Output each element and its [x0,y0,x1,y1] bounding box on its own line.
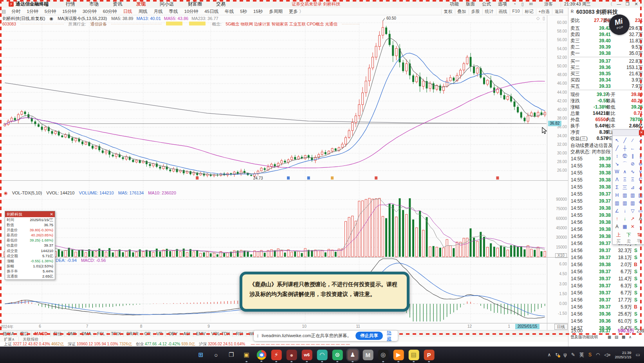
minimize-icon[interactable]: — [615,2,623,6]
draw-tool-icon[interactable]: ∕ [629,136,637,144]
renewal-notice[interactable]: 自动续费通达信普及 [570,142,613,149]
tab-VR[interactable]: VR [154,331,166,337]
period-日线[interactable]: 日线 [120,9,135,15]
menu-功能[interactable]: 功能 [446,1,462,7]
tray-s-app[interactable]: S [588,352,592,358]
draw-tool-icon[interactable]: ▽ [629,207,637,215]
month-label-6[interactable]: 6 [39,324,41,329]
tab-TRIX[interactable]: TRIX [108,331,124,337]
tray-clock[interactable]: 21:392025/1/15 [615,350,631,359]
tab-MACD[interactable]: MACD [32,331,51,337]
draw-tool-icon[interactable]: ∿ [629,168,637,176]
period-10分钟[interactable]: 10分钟 [181,9,202,15]
draw-tool-icon[interactable]: A [613,223,621,231]
notification-icon[interactable]: ▭ [636,352,640,358]
draw-tool-icon[interactable]: ↑ [613,215,621,223]
draw-tool-icon[interactable]: 三 [621,183,629,191]
taskbar-icon-netease[interactable]: ● [286,350,297,360]
draw-tool-icon[interactable]: ← [629,144,637,152]
draw-tool-icon[interactable]: ▥ [621,191,629,199]
draw-tool-icon[interactable]: Ξ [621,176,629,183]
tab-BRAR[interactable]: BRAR [124,331,142,337]
tab-RSI[interactable]: RSI [233,331,246,337]
taskbar-icon-sticky-notes[interactable]: ▤ [408,350,419,360]
period-季线[interactable]: 季线 [166,9,181,15]
period-年线[interactable]: 年线 [222,9,237,15]
draw-tool-icon[interactable]: C [637,176,644,183]
subtab-扩展∧[interactable]: 扩展∧ [0,337,19,342]
period-更多 〉[interactable]: 更多 〉 [286,9,307,15]
period-15秒[interactable]: 15秒 [250,9,266,15]
taskbar-icon-search[interactable]: ○ [211,350,221,360]
toolbar-复权[interactable]: 复权 [441,9,455,15]
help-label[interactable]: 普及版功能说明 [570,334,598,340]
tray-ime[interactable]: 英 [579,352,584,358]
period-周线[interactable]: 周线 [135,9,151,15]
draw-tool-icon[interactable]: ⑫ [621,152,629,160]
tray-pen[interactable]: ✎ [571,352,575,358]
draw-tool-icon[interactable]: ↖ [613,136,621,144]
stop-sharing-button[interactable]: 停止共享 [355,332,383,340]
panel-symbol[interactable]: 603083 剑桥科技 [576,9,618,15]
taskbar-icon-start[interactable]: ⊞ [195,350,206,360]
draw-tool-icon[interactable]: ┼ [621,144,629,152]
draw-tool-icon[interactable]: ↕ [613,152,621,160]
tab-DMI[interactable]: DMI [65,331,79,337]
menu-item-发现[interactable]: 发现 [129,1,153,7]
tray-sync[interactable]: ↻ [555,352,559,358]
month-label-1[interactable]: 1 [508,324,510,329]
period-5秒[interactable]: 5秒 [237,9,250,15]
draw-tool-icon[interactable]: Ξ [629,176,637,183]
help-icon[interactable]: ∧ [629,334,631,340]
hide-link[interactable]: 隐藏 [387,330,395,342]
month-label-2024年[interactable]: 2024年 [1,324,13,330]
tray-wifi[interactable]: ◠ [596,352,600,358]
close-icon[interactable]: ✕ [50,211,53,217]
collapse-icon[interactable]: ◉ [49,16,53,21]
menu-item-资讯[interactable]: 资讯 [106,1,129,7]
taskbar-icon-powerpoint[interactable]: P [424,350,434,360]
taskbar-icon-wps[interactable]: w6 [301,350,312,360]
menu-item-交易[interactable]: 交易 [209,1,233,7]
close-icon[interactable]: ✕ [632,2,640,7]
vol-fold-icon[interactable]: ◉ [4,191,8,195]
toolbar-多股[interactable]: 多股 [469,9,482,15]
ask-price[interactable]: 39.39 [587,44,611,50]
menu-选项[interactable]: 选项 [494,1,511,7]
ask-price[interactable]: 39.38 [587,50,611,56]
draw-tool-icon[interactable]: ▫ [637,223,644,231]
draw-tool-icon[interactable]: Σ [613,183,621,191]
toolbar-画线[interactable]: 画线 [496,9,510,15]
period-60分钟[interactable]: 60分钟 [100,9,120,15]
tray-tray-expand[interactable]: ∧ [548,352,551,358]
taskbar-icon-mw[interactable]: M [363,350,373,360]
draw-tool-icon[interactable]: ↗ [637,136,644,144]
period-5分钟[interactable]: 5分钟 [41,9,59,15]
tab-归位[interactable]: 归位 [51,331,65,337]
month-label-11[interactable]: 11 [356,324,360,329]
draw-tool-icon[interactable]: ∠ [613,207,621,215]
tab-VOL-TDX[interactable]: VOL-TDX [209,331,233,337]
draw-tool-icon[interactable]: ⊘ [629,160,637,168]
taskbar-icon-tdx[interactable]: ⚡ [271,350,281,360]
current-date-chip[interactable]: 2025/01/15 [515,324,539,329]
taskbar-icon-wechat[interactable]: ⊙ [332,350,343,360]
bid-price[interactable]: 39.34 [587,77,611,83]
draw-tool-icon[interactable]: ▥ [613,199,621,207]
draw-tool-icon[interactable]: ⌒ [621,160,629,168]
bid-price[interactable]: 39.35 [587,71,611,77]
popup-header[interactable]: 剑桥科技 ✕ [5,211,55,217]
toolbar-icon-2[interactable]: ✉ [527,2,536,7]
period-45日线[interactable]: 45日线 [201,9,222,15]
tab-DMA[interactable]: DMA [79,331,94,337]
period-月线[interactable]: 月线 [151,9,166,15]
month-label-7[interactable]: 7 [86,324,88,329]
toolbar-F10[interactable]: F10 [510,9,522,15]
ask-price[interactable]: 39.41 [587,31,611,38]
month-label-12[interactable]: 12 [467,324,472,329]
toolbar-返回[interactable]: 返回 [552,9,566,15]
draw-tool-icon[interactable]: H [613,191,621,199]
period-1分钟[interactable]: 1分钟 [23,9,41,15]
tab-OBV[interactable]: OBV [166,331,180,337]
subtab-关联报价[interactable]: 关联报价 [19,337,43,342]
